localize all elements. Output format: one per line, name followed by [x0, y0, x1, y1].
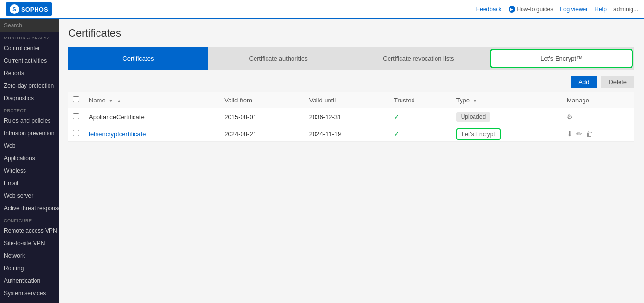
howto-icon: ▶	[509, 6, 515, 13]
col-header-checkbox	[68, 92, 84, 108]
col-header-valid-from: Valid from	[219, 92, 304, 108]
sidebar-item-web-server[interactable]: Web server	[0, 189, 59, 202]
tab-lets-encrypt[interactable]: Let's Encrypt™	[490, 49, 633, 68]
sidebar-item-reports[interactable]: Reports	[0, 67, 59, 79]
row1-trusted-check: ✓	[394, 113, 400, 121]
row1-type: Uploaded	[451, 108, 562, 126]
sidebar-item-network[interactable]: Network	[0, 250, 59, 262]
table-row: letsencryptcertificate 2024-08-21 2024-1…	[68, 126, 634, 142]
row2-valid-until: 2024-11-19	[304, 126, 389, 142]
row2-type-badge: Let's Encrypt	[456, 128, 501, 140]
sidebar-section-configure: CONFIGURE	[0, 215, 59, 225]
row1-manage: ⚙	[562, 108, 634, 126]
row1-checkbox-cell	[68, 108, 84, 126]
row1-name-cell: ApplianceCertificate	[84, 108, 219, 126]
col-header-name: Name ▼ ▲	[84, 92, 219, 108]
sophos-logo: S SOPHOS	[6, 2, 52, 16]
sidebar-item-intrusion-prevention[interactable]: Intrusion prevention	[0, 127, 59, 139]
row2-download-icon[interactable]: ⬇	[567, 130, 572, 138]
col-header-type: Type ▼	[451, 92, 562, 108]
sidebar-item-email[interactable]: Email	[0, 177, 59, 189]
tabs-bar: Certificates Certificate authorities Cer…	[68, 47, 634, 70]
main-layout: MONITOR & ANALYZE Control center Current…	[0, 19, 644, 303]
table-row: ApplianceCertificate 2015-08-01 2036-12-…	[68, 108, 634, 126]
sidebar-item-zero-day[interactable]: Zero-day protection	[0, 79, 59, 92]
row2-checkbox[interactable]	[73, 130, 79, 136]
table-header-row: Name ▼ ▲ Valid from Valid until Trusted …	[68, 92, 634, 108]
sidebar-item-rules-policies[interactable]: Rules and policies	[0, 114, 59, 127]
row1-name: ApplianceCertificate	[89, 114, 145, 121]
sidebar-item-site-to-site-vpn[interactable]: Site-to-site VPN	[0, 237, 59, 250]
add-button[interactable]: Add	[571, 76, 597, 88]
row2-trusted: ✓	[389, 126, 451, 142]
col-header-trusted: Trusted	[389, 92, 451, 108]
name-filter-icon[interactable]: ▼	[109, 98, 113, 103]
row2-delete-icon[interactable]: 🗑	[586, 130, 593, 138]
sidebar-item-web[interactable]: Web	[0, 139, 59, 152]
howto-guides-link[interactable]: ▶ How-to guides	[509, 6, 554, 13]
row2-valid-from: 2024-08-21	[219, 126, 304, 142]
feedback-link[interactable]: Feedback	[476, 6, 502, 13]
tab-certificate-authorities[interactable]: Certificate authorities	[208, 47, 349, 70]
sidebar-section-protect: PROTECT	[0, 104, 59, 114]
row1-valid-from: 2015-08-01	[219, 108, 304, 126]
sidebar-item-wireless[interactable]: Wireless	[0, 164, 59, 177]
logviewer-link[interactable]: Log viewer	[560, 6, 588, 13]
col-header-valid-until: Valid until	[304, 92, 389, 108]
sidebar-item-current-activities[interactable]: Current activities	[0, 54, 59, 67]
row1-checkbox[interactable]	[73, 113, 79, 119]
row2-edit-icon[interactable]: ✏	[576, 130, 582, 138]
sidebar-section-monitor: MONITOR & ANALYZE	[0, 32, 59, 42]
row2-checkbox-cell	[68, 126, 84, 142]
sidebar: MONITOR & ANALYZE Control center Current…	[0, 19, 59, 303]
sidebar-item-applications[interactable]: Applications	[0, 152, 59, 164]
row1-settings-icon[interactable]: ⚙	[567, 113, 573, 121]
sidebar-item-routing[interactable]: Routing	[0, 262, 59, 275]
search-input[interactable]	[0, 19, 59, 32]
sidebar-item-diagnostics[interactable]: Diagnostics	[0, 92, 59, 104]
row1-trusted: ✓	[389, 108, 451, 126]
sidebar-item-authentication[interactable]: Authentication	[0, 275, 59, 287]
row2-name-cell: letsencryptcertificate	[84, 126, 219, 142]
top-bar: S SOPHOS Feedback ▶ How-to guides Log vi…	[0, 0, 644, 19]
certificates-table: Name ▼ ▲ Valid from Valid until Trusted …	[68, 92, 634, 142]
page-title: Certificates	[68, 27, 634, 39]
row2-type: Let's Encrypt	[451, 126, 562, 142]
content-area: Certificates Certificates Certificate au…	[59, 19, 644, 303]
row2-trusted-check: ✓	[394, 130, 400, 138]
col-header-manage: Manage	[562, 92, 634, 108]
sidebar-item-remote-access-vpn[interactable]: Remote access VPN	[0, 225, 59, 237]
action-bar: Add Delete	[68, 76, 634, 88]
row2-action-icons: ⬇ ✏ 🗑	[567, 130, 630, 138]
name-sort-icon[interactable]: ▲	[117, 98, 122, 103]
row1-valid-until: 2036-12-31	[304, 108, 389, 126]
sidebar-item-active-threat[interactable]: Active threat response	[0, 202, 59, 215]
row1-type-badge: Uploaded	[456, 112, 490, 122]
row2-manage: ⬇ ✏ 🗑	[562, 126, 634, 142]
admin-label: adminig...	[613, 6, 638, 13]
row1-action-icons: ⚙	[567, 113, 630, 121]
sidebar-item-system-services[interactable]: System services	[0, 287, 59, 300]
top-bar-left: S SOPHOS	[6, 2, 52, 16]
sidebar-item-control-center[interactable]: Control center	[0, 42, 59, 54]
sidebar-section-system: SYSTEM	[0, 300, 59, 303]
row2-name-link[interactable]: letsencryptcertificate	[89, 130, 146, 138]
tab-certificate-revocation[interactable]: Certificate revocation lists	[349, 47, 489, 70]
type-filter-icon[interactable]: ▼	[473, 98, 478, 103]
select-all-checkbox[interactable]	[73, 96, 79, 102]
sophos-logo-text: SOPHOS	[21, 6, 48, 13]
top-bar-right: Feedback ▶ How-to guides Log viewer Help…	[476, 6, 638, 13]
help-link[interactable]: Help	[595, 6, 607, 13]
delete-button[interactable]: Delete	[601, 76, 634, 88]
sophos-logo-icon: S	[10, 4, 19, 14]
tab-certificates[interactable]: Certificates	[68, 47, 208, 70]
